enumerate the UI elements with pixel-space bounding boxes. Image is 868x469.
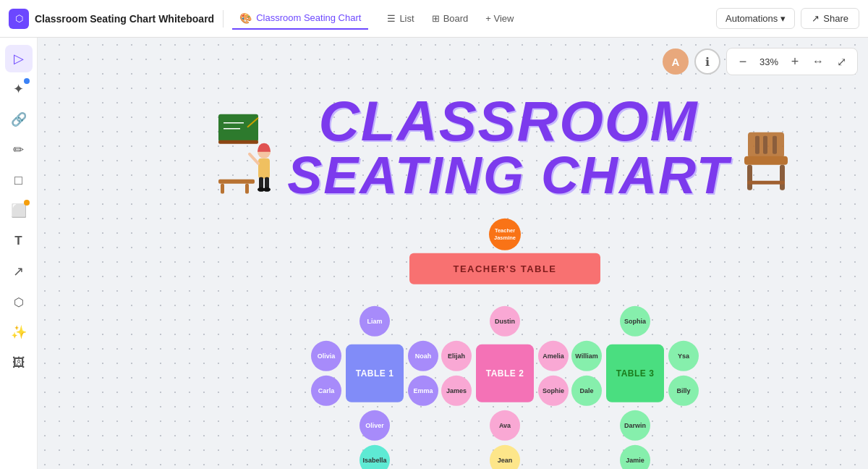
table2-middle: Elijah James TABLE 2 Amelia Sophie xyxy=(441,341,569,406)
image-icon: 🖼 xyxy=(12,355,25,371)
table3-right: Ysa Billy xyxy=(668,341,699,406)
table1-middle: Olivia Carla TABLE 1 Noah Emma xyxy=(311,341,438,406)
seat-william: William xyxy=(571,341,602,371)
seat-sophie: Sophie xyxy=(538,376,569,406)
nav-view[interactable]: + View xyxy=(478,9,521,28)
tool-rectangle[interactable]: □ xyxy=(5,166,33,194)
star-icon: ✨ xyxy=(11,324,27,340)
seat-elijah: Elijah xyxy=(441,341,472,371)
table1-left: Olivia Carla xyxy=(311,341,341,406)
zoom-fit-button[interactable]: ↔ xyxy=(808,51,828,72)
app-title: Classroom Seating Chart Whiteboard xyxy=(35,13,214,25)
tab-icon-seating: 🎨 xyxy=(239,12,252,24)
seat-oliver: Oliver xyxy=(359,410,390,441)
share-button[interactable]: ↗ Share xyxy=(801,8,859,29)
list-icon: ☰ xyxy=(387,13,396,24)
automations-button[interactable]: Automations ▾ xyxy=(716,8,795,29)
table2-bottom: Ava Jean xyxy=(490,410,520,469)
tool-star[interactable]: ✨ xyxy=(5,318,33,346)
svg-rect-13 xyxy=(221,184,224,194)
table2-right: Amelia Sophie xyxy=(538,341,569,406)
svg-rect-18 xyxy=(773,136,777,154)
svg-rect-12 xyxy=(218,179,255,184)
share-icon: ↗ xyxy=(812,13,820,24)
topbar-right: Automations ▾ ↗ Share xyxy=(716,8,859,29)
pen-icon: ✏ xyxy=(13,142,24,158)
topbar-nav: ☰ List ⊞ Board + View xyxy=(380,9,521,28)
tool-image[interactable]: 🖼 xyxy=(5,349,33,376)
chevron-down-icon: ▾ xyxy=(780,13,786,24)
avatar-initial: A xyxy=(672,56,680,68)
tab-seating-chart[interactable]: 🎨 Classroom Seating Chart xyxy=(232,8,368,30)
zoom-controls: − 33% + ↔ ⤢ xyxy=(726,48,858,75)
nav-board[interactable]: ⊞ Board xyxy=(425,9,476,28)
title-line2: SEATING CHART xyxy=(287,149,729,201)
seat-jean: Jean xyxy=(490,445,520,469)
tool-arrow[interactable]: ↗ xyxy=(5,258,33,285)
network-icon: ⬡ xyxy=(14,295,24,309)
teacher-avatar: TeacherJasmine xyxy=(489,219,521,250)
tool-shapes[interactable]: ✦ xyxy=(5,75,33,103)
table-group-3: Sophia William Dale TABLE 3 Ysa Billy Da… xyxy=(584,306,686,469)
shapes-indicator xyxy=(24,78,30,84)
app-logo: ⬡ xyxy=(9,9,29,29)
zoom-expand-button[interactable]: ⤢ xyxy=(831,51,851,72)
seat-darwin: Darwin xyxy=(620,410,650,441)
table-3-box: TABLE 3 xyxy=(606,345,664,402)
svg-line-9 xyxy=(250,154,258,164)
teacher-label: TeacherJasmine xyxy=(494,227,516,242)
seat-sophia: Sophia xyxy=(620,306,650,337)
zoom-out-button[interactable]: − xyxy=(733,51,753,72)
svg-rect-8 xyxy=(265,177,269,189)
chair-illustration xyxy=(737,129,795,197)
automations-label: Automations xyxy=(726,13,778,24)
topbar-divider xyxy=(223,10,224,28)
table3-bottom: Darwin Jamie xyxy=(620,410,650,469)
shapes-icon: ✦ xyxy=(13,81,24,97)
table-group-2: Dustin Elijah James TABLE 2 Amelia Sophi… xyxy=(454,306,556,469)
svg-rect-21 xyxy=(780,165,785,190)
tool-link[interactable]: 🔗 xyxy=(5,106,33,133)
svg-rect-1 xyxy=(218,140,258,144)
svg-point-11 xyxy=(263,187,271,192)
tool-pen[interactable]: ✏ xyxy=(5,136,33,164)
seat-liam: Liam xyxy=(359,306,390,337)
sticky-indicator xyxy=(24,200,30,206)
svg-rect-19 xyxy=(744,156,788,165)
table2-left: Elijah James xyxy=(441,341,472,406)
seat-noah: Noah xyxy=(408,341,438,371)
board-icon: ⊞ xyxy=(432,13,440,24)
view-label: + View xyxy=(485,13,514,24)
info-button[interactable]: ℹ xyxy=(694,48,720,75)
tool-sticky[interactable]: ⬜ xyxy=(5,197,33,224)
arrow-icon: ↗ xyxy=(13,263,24,279)
canvas-controls: A ℹ − 33% + ↔ ⤢ xyxy=(663,48,858,75)
seat-billy: Billy xyxy=(668,376,699,406)
tool-text[interactable]: T xyxy=(5,227,33,255)
student-tables: Liam Olivia Carla TABLE 1 Noah Emma Oliv… xyxy=(179,306,830,469)
seat-ysa: Ysa xyxy=(668,341,699,371)
nav-list[interactable]: ☰ List xyxy=(380,9,421,28)
title-line1: CLASSROOM xyxy=(318,93,698,149)
tab-label-seating: Classroom Seating Chart xyxy=(256,12,361,23)
seat-jamie: Jamie xyxy=(620,445,650,469)
tool-network[interactable]: ⬡ xyxy=(5,288,33,316)
svg-rect-14 xyxy=(245,184,249,194)
whiteboard-content: CLASSROOM SEATING CHART xyxy=(179,93,830,469)
user-avatar[interactable]: A xyxy=(663,48,689,75)
table3-middle: William Dale TABLE 3 Ysa Billy xyxy=(571,341,699,406)
svg-rect-0 xyxy=(218,114,258,142)
board-label: Board xyxy=(443,13,469,24)
select-icon: ▷ xyxy=(14,51,24,67)
tool-select[interactable]: ▷ xyxy=(5,45,33,72)
svg-rect-16 xyxy=(755,136,760,154)
teachers-table-label: TEACHER'S TABLE xyxy=(453,263,556,274)
table-group-1: Liam Olivia Carla TABLE 1 Noah Emma Oliv… xyxy=(324,306,425,469)
table2-top: Dustin xyxy=(490,306,520,337)
canvas-area[interactable]: A ℹ − 33% + ↔ ⤢ xyxy=(38,38,868,469)
svg-rect-20 xyxy=(747,165,752,190)
table1-right: Noah Emma xyxy=(408,341,438,406)
link-icon: 🔗 xyxy=(11,111,27,127)
seat-isabella: Isabella xyxy=(359,445,390,469)
zoom-in-button[interactable]: + xyxy=(785,51,805,72)
